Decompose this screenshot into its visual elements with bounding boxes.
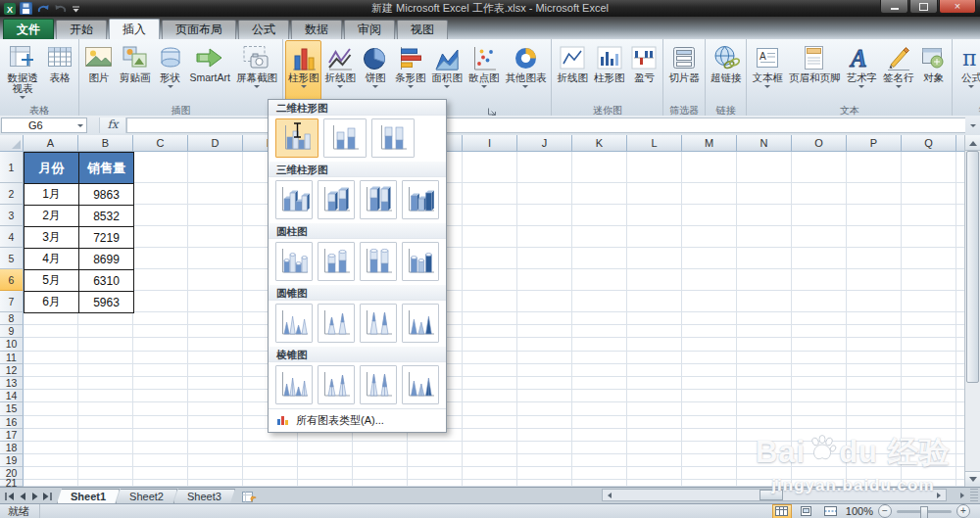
horizontal-scroll-thumb[interactable]: [760, 490, 783, 500]
header-footer-button[interactable]: 页眉和页脚: [786, 40, 844, 103]
cylinder-3d-thumbnail[interactable]: [402, 242, 439, 281]
stacked-pyramid-100-thumbnail[interactable]: [360, 365, 397, 404]
table-cell[interactable]: 5月: [24, 270, 79, 292]
insert-function-button[interactable]: fx: [99, 118, 126, 133]
name-box-dropdown-icon[interactable]: [77, 124, 83, 130]
stacked-pyramid-thumbnail[interactable]: [318, 365, 355, 404]
tab-split-handle[interactable]: [970, 489, 978, 501]
clustered-column-3d-thumbnail[interactable]: [275, 180, 313, 219]
undo-button[interactable]: [36, 3, 50, 14]
sheet-tab[interactable]: Sheet3: [173, 489, 235, 503]
wordart-button[interactable]: A艺术字: [843, 40, 880, 103]
table-cell[interactable]: 1月: [24, 184, 79, 206]
sheet-tab[interactable]: Sheet2: [116, 489, 177, 503]
row-header[interactable]: 14: [0, 390, 24, 402]
column-header[interactable]: O: [792, 135, 847, 152]
pyramid-3d-thumbnail[interactable]: [402, 365, 439, 404]
qat-customize-caret-icon[interactable]: [72, 5, 80, 13]
stacked-cylinder-thumbnail[interactable]: [318, 242, 355, 281]
table-cell[interactable]: 5963: [79, 292, 134, 313]
normal-view-button[interactable]: [772, 504, 792, 518]
table-cell[interactable]: 6310: [79, 270, 134, 292]
spark-column-button[interactable]: 柱形图: [591, 40, 628, 103]
column-header[interactable]: B: [78, 135, 133, 152]
screenshot-button[interactable]: 屏幕截图: [233, 40, 280, 103]
row-header[interactable]: 19: [0, 454, 24, 467]
next-sheet-button[interactable]: [29, 491, 40, 502]
stacked-column-3d-thumbnail[interactable]: [318, 180, 355, 219]
stacked-cylinder-100-thumbnail[interactable]: [360, 242, 397, 281]
chart-dialog-launcher-icon[interactable]: [487, 103, 497, 113]
dropdown-caret-icon[interactable]: [764, 85, 770, 91]
signature-button[interactable]: 签名行: [880, 40, 917, 103]
table-cell[interactable]: 2月: [24, 206, 79, 227]
column-header[interactable]: P: [847, 135, 902, 152]
table-cell[interactable]: 6月: [24, 292, 79, 313]
equation-button[interactable]: π公式: [955, 40, 980, 103]
tab-split-arrow[interactable]: [956, 489, 970, 501]
column-header[interactable]: N: [737, 135, 792, 152]
cone-3d-thumbnail[interactable]: [402, 304, 439, 343]
row-header[interactable]: 8: [0, 312, 24, 325]
formula-input[interactable]: [126, 118, 965, 133]
save-button[interactable]: [20, 2, 32, 15]
row-header[interactable]: 1: [0, 152, 24, 183]
row-header[interactable]: 4: [0, 226, 24, 248]
dropdown-caret-icon[interactable]: [858, 85, 864, 91]
stacked-column-thumbnail[interactable]: [323, 118, 367, 158]
first-sheet-button[interactable]: [4, 491, 15, 502]
column-header[interactable]: I: [463, 135, 517, 152]
redo-button[interactable]: [54, 3, 68, 14]
picture-button[interactable]: 图片: [81, 40, 117, 103]
scroll-right-icon[interactable]: [937, 493, 944, 498]
select-all-button[interactable]: [0, 135, 24, 152]
column-header[interactable]: J: [517, 135, 572, 152]
column-header[interactable]: C: [133, 135, 188, 152]
stacked-column-100-3d-thumbnail[interactable]: [360, 180, 397, 219]
dropdown-caret-icon[interactable]: [168, 85, 173, 91]
zoom-out-button[interactable]: −: [878, 504, 892, 518]
ribbon-tab[interactable]: 文件: [3, 19, 54, 39]
spark-winloss-button[interactable]: 盈亏: [627, 40, 661, 103]
dropdown-caret-icon[interactable]: [408, 85, 414, 91]
dropdown-caret-icon[interactable]: [481, 85, 487, 91]
table-cell[interactable]: 8532: [79, 206, 134, 227]
insert-worksheet-button[interactable]: [241, 489, 258, 503]
row-header[interactable]: 9: [0, 325, 24, 338]
column-header[interactable]: R: [956, 135, 964, 152]
zoom-in-button[interactable]: +: [956, 504, 970, 518]
cells-area[interactable]: 月份销售量1月98632月85323月72194月86995月63106月596…: [24, 152, 964, 487]
chart-pie-button[interactable]: 饼图: [359, 40, 392, 103]
clustered-pyramid-thumbnail[interactable]: [275, 365, 313, 404]
minimize-button[interactable]: [880, 0, 908, 14]
scroll-left-icon[interactable]: [605, 493, 612, 498]
table-cell[interactable]: 7219: [79, 227, 134, 249]
column-header[interactable]: K: [572, 135, 627, 152]
row-header[interactable]: 10: [0, 338, 24, 351]
pivot-table-button[interactable]: 数据透视表: [2, 40, 43, 103]
scroll-down-button[interactable]: [965, 471, 980, 487]
column-header[interactable]: Q: [902, 135, 956, 152]
row-header[interactable]: 18: [0, 442, 24, 454]
chart-bar-button[interactable]: 条形图: [392, 40, 429, 103]
ribbon-tab[interactable]: 视图: [397, 20, 448, 39]
hyperlink-button[interactable]: 超链接: [708, 40, 745, 103]
clustered-column-thumbnail[interactable]: [275, 118, 318, 158]
vertical-scroll-thumb[interactable]: [966, 151, 979, 383]
restore-button[interactable]: [909, 0, 938, 14]
column-header[interactable]: L: [627, 135, 682, 152]
table-button[interactable]: 表格: [43, 40, 76, 103]
previous-sheet-button[interactable]: [17, 491, 27, 502]
object-button[interactable]: 对象: [916, 40, 950, 103]
dropdown-caret-icon[interactable]: [20, 96, 25, 102]
zoom-slider[interactable]: [897, 510, 952, 513]
row-header[interactable]: 5: [0, 248, 24, 269]
stacked-column-100-thumbnail[interactable]: [371, 118, 415, 158]
dropdown-caret-icon[interactable]: [337, 85, 343, 91]
chart-area-button[interactable]: 面积图: [428, 40, 466, 103]
ribbon-tab[interactable]: 页面布局: [162, 20, 236, 39]
row-header[interactable]: 7: [0, 291, 24, 312]
ribbon-tab[interactable]: 开始: [56, 20, 107, 39]
ribbon-tab[interactable]: 公式: [238, 20, 289, 39]
page-break-view-button[interactable]: [821, 504, 841, 518]
